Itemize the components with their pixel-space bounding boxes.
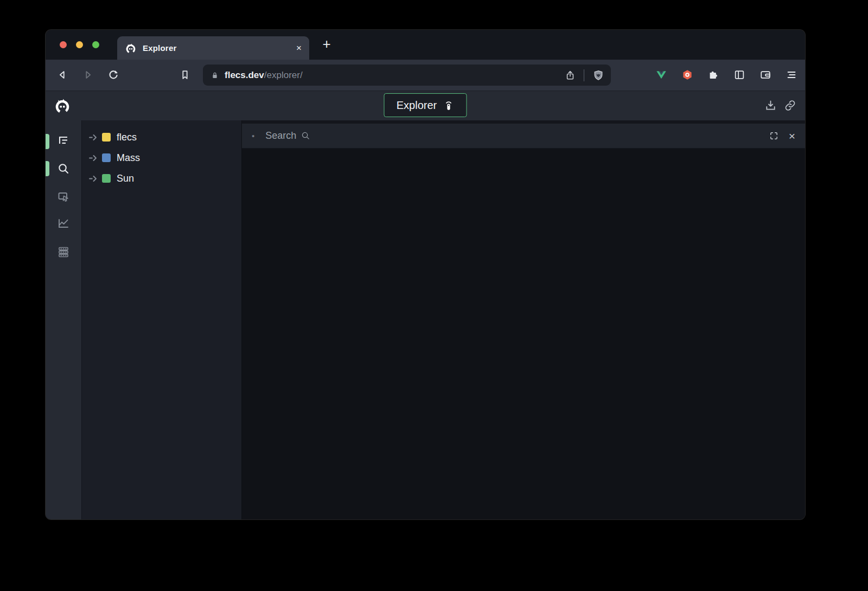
tree-item-label: Mass — [117, 152, 140, 164]
tab-strip: Explorer × + — [46, 30, 805, 60]
desktop: Explorer × + — [0, 0, 868, 591]
url-host: flecs.dev — [225, 70, 264, 81]
tab-title: Explorer — [143, 43, 176, 53]
lock-icon — [210, 71, 219, 80]
query-editor-canvas[interactable] — [242, 149, 805, 519]
app-title: Explorer — [397, 99, 437, 112]
share-icon[interactable] — [565, 70, 576, 81]
maximize-icon[interactable] — [769, 131, 778, 140]
app-menu-icon[interactable] — [786, 69, 797, 81]
search-panel-icon[interactable] — [57, 162, 70, 175]
browser-window: Explorer × + — [46, 30, 805, 519]
expand-chevron-icon[interactable] — [89, 133, 98, 142]
bookmark-icon[interactable] — [179, 69, 191, 81]
query-panel-header: • Search × — [242, 124, 805, 149]
sidebar-toggle-icon[interactable] — [733, 69, 745, 81]
browser-tab-explorer[interactable]: Explorer × — [117, 36, 309, 60]
brave-shield-icon[interactable] — [592, 69, 604, 81]
status-bullet: • — [252, 131, 254, 140]
new-tab-button[interactable]: + — [317, 34, 336, 54]
inspect-panel-icon[interactable] — [57, 190, 70, 203]
url-bar[interactable]: flecs.dev/explorer/ — [203, 65, 611, 86]
expand-chevron-icon[interactable] — [89, 153, 98, 163]
explorer-content: flecs Mass Sun — [46, 120, 805, 519]
query-panel-title: Search — [265, 130, 296, 142]
link-icon[interactable] — [784, 99, 796, 112]
forward-icon[interactable] — [82, 69, 94, 81]
search-icon — [301, 131, 310, 140]
tree-panel-icon[interactable] — [57, 134, 70, 147]
remote-connection-icon — [443, 100, 454, 111]
explorer-header: Explorer — [46, 91, 805, 120]
tree-item-label: Sun — [117, 173, 134, 184]
url-path: /explorer/ — [264, 70, 303, 81]
expand-chevron-icon[interactable] — [89, 174, 98, 183]
extension-row — [655, 69, 797, 81]
stats-panel-icon[interactable] — [57, 217, 70, 230]
wallet-icon[interactable] — [760, 69, 771, 81]
browser-toolbar: flecs.dev/explorer/ — [46, 60, 805, 91]
entity-color-swatch — [102, 153, 111, 162]
query-panel: • Search × — [241, 120, 805, 519]
tree-item-label: flecs — [117, 132, 137, 143]
query-header-actions: × — [769, 130, 795, 142]
download-icon[interactable] — [764, 99, 777, 112]
close-panel-icon[interactable]: × — [789, 130, 795, 142]
vue-devtools-icon[interactable] — [655, 69, 667, 81]
flecs-logo-icon[interactable] — [54, 97, 71, 114]
window-close-button[interactable] — [60, 41, 67, 48]
window-zoom-button[interactable] — [92, 41, 99, 48]
hex-extension-icon[interactable] — [681, 69, 693, 81]
tab-close-icon[interactable]: × — [296, 43, 302, 53]
tables-panel-icon[interactable] — [57, 246, 70, 259]
connection-title-button[interactable]: Explorer — [384, 93, 467, 117]
reload-icon[interactable] — [107, 69, 119, 81]
urlbar-separator — [584, 69, 584, 81]
flecs-favicon-icon — [125, 42, 137, 54]
header-actions — [764, 99, 796, 112]
entity-color-swatch — [102, 133, 111, 142]
tree-item-sun[interactable]: Sun — [82, 168, 241, 189]
tree-item-mass[interactable]: Mass — [82, 147, 241, 168]
window-minimize-button[interactable] — [76, 41, 83, 48]
extensions-puzzle-icon[interactable] — [707, 69, 719, 81]
tree-item-flecs[interactable]: flecs — [82, 127, 241, 147]
tree-active-indicator — [46, 134, 49, 149]
tool-rail — [46, 120, 81, 519]
entity-tree-panel: flecs Mass Sun — [81, 120, 241, 519]
back-icon[interactable] — [56, 69, 68, 81]
traffic-lights — [60, 41, 99, 48]
query-active-indicator — [46, 161, 49, 176]
entity-color-swatch — [102, 174, 111, 183]
